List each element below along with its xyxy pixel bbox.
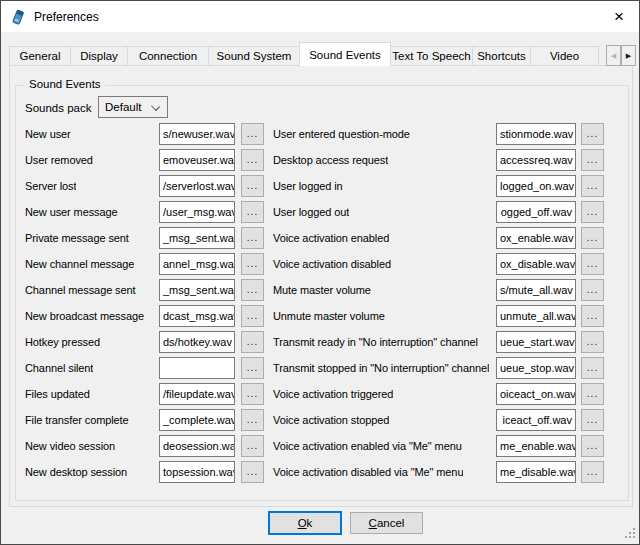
resize-grip[interactable]	[625, 528, 627, 530]
browse-button[interactable]: ...	[581, 461, 604, 483]
event-row: Desktop access requestaccessreq.wav...	[1, 149, 640, 171]
event-label: Transmit ready in "No interruption" chan…	[273, 331, 478, 353]
window-title: Preferences	[34, 10, 99, 24]
tab-sound-system[interactable]: Sound System	[208, 46, 300, 66]
event-row: User logged inlogged_on.wav...	[1, 175, 640, 197]
event-label: Voice activation enabled via "Me" menu	[273, 435, 462, 457]
sounds-pack-select[interactable]: Default	[98, 96, 168, 118]
tab-text-to-speech[interactable]: Text To Speech	[390, 46, 473, 66]
scroll-left-icon: ◀	[611, 52, 616, 60]
browse-button[interactable]: ...	[581, 123, 604, 145]
tab-scroll-right-button[interactable]: ▶	[621, 45, 636, 66]
ok-button-label: Ok	[298, 517, 313, 529]
tab-general[interactable]: General	[9, 46, 71, 66]
event-label: Voice activation stopped	[273, 409, 389, 431]
event-row: User logged outogged_off.wav...	[1, 201, 640, 223]
browse-button[interactable]: ...	[581, 409, 604, 431]
tab-video[interactable]: Video	[530, 46, 599, 66]
event-row: Voice activation enabled via "Me" menume…	[1, 435, 640, 457]
sound-file-input[interactable]: ueue_stop.wav	[496, 357, 576, 379]
event-row: Voice activation triggeredoiceact_on.wav…	[1, 383, 640, 405]
close-button[interactable]: ×	[599, 1, 639, 32]
browse-button[interactable]: ...	[581, 227, 604, 249]
browse-button[interactable]: ...	[581, 305, 604, 327]
close-icon: ×	[614, 8, 624, 25]
sound-file-input[interactable]: me_disable.wav	[496, 461, 576, 483]
browse-button[interactable]: ...	[581, 201, 604, 223]
event-row: Transmit stopped in "No interruption" ch…	[1, 357, 640, 379]
browse-button[interactable]: ...	[581, 279, 604, 301]
browse-button[interactable]: ...	[581, 435, 604, 457]
tab-display[interactable]: Display	[70, 46, 128, 66]
sound-file-input[interactable]: ox_enable.wav	[496, 227, 576, 249]
event-label: User logged out	[273, 201, 349, 223]
event-label: User logged in	[273, 175, 343, 197]
event-label: User entered question-mode	[273, 123, 410, 145]
cancel-button-label: Cancel	[369, 517, 405, 529]
event-row: Voice activation disabledox_disable.wav.…	[1, 253, 640, 275]
sound-file-input[interactable]: stionmode.wav	[496, 123, 576, 145]
sounds-pack-label: Sounds pack	[25, 97, 92, 119]
ok-button[interactable]: Ok	[268, 511, 342, 535]
cancel-button[interactable]: Cancel	[350, 512, 423, 534]
tab-bar: GeneralDisplayConnectionSound SystemSoun…	[9, 42, 609, 66]
sound-file-input[interactable]: oiceact_on.wav	[496, 383, 576, 405]
browse-button[interactable]: ...	[581, 175, 604, 197]
scroll-right-icon: ▶	[626, 52, 631, 60]
event-row: Unmute master volumeunmute_all.wav...	[1, 305, 640, 327]
event-row: Voice activation disabled via "Me" menum…	[1, 461, 640, 483]
event-label: Voice activation disabled via "Me" menu	[273, 461, 463, 483]
sound-file-input[interactable]: unmute_all.wav	[496, 305, 576, 327]
event-row: Voice activation stoppediceact_off.wav..…	[1, 409, 640, 431]
tab-scroll-left-button[interactable]: ◀	[606, 45, 621, 66]
sound-file-input[interactable]: ox_disable.wav	[496, 253, 576, 275]
event-label: Mute master volume	[273, 279, 371, 301]
event-row: Transmit ready in "No interruption" chan…	[1, 331, 640, 353]
event-label: Desktop access request	[273, 149, 388, 171]
event-row: User entered question-modestionmode.wav.…	[1, 123, 640, 145]
preferences-window: Preferences × GeneralDisplayConnectionSo…	[0, 0, 640, 545]
event-label: Voice activation disabled	[273, 253, 391, 275]
group-box-title: Sound Events	[25, 78, 105, 90]
app-icon	[10, 9, 26, 25]
browse-button[interactable]: ...	[581, 253, 604, 275]
sound-file-input[interactable]: logged_on.wav	[496, 175, 576, 197]
tab-sound-events[interactable]: Sound Events	[299, 42, 391, 66]
tab-shortcuts[interactable]: Shortcuts	[472, 46, 531, 66]
sound-file-input[interactable]: s/mute_all.wav	[496, 279, 576, 301]
sounds-pack-value: Default	[105, 101, 141, 113]
browse-button[interactable]: ...	[581, 149, 604, 171]
sound-file-input[interactable]: accessreq.wav	[496, 149, 576, 171]
event-label: Voice activation triggered	[273, 383, 393, 405]
event-label: Transmit stopped in "No interruption" ch…	[273, 357, 489, 379]
title-bar: Preferences ×	[1, 1, 639, 32]
sound-file-input[interactable]: ueue_start.wav	[496, 331, 576, 353]
browse-button[interactable]: ...	[581, 357, 604, 379]
tab-connection[interactable]: Connection	[127, 46, 209, 66]
sound-file-input[interactable]: iceact_off.wav	[496, 409, 576, 431]
event-row: Voice activation enabledox_enable.wav...	[1, 227, 640, 249]
browse-button[interactable]: ...	[581, 383, 604, 405]
event-row: Mute master volumes/mute_all.wav...	[1, 279, 640, 301]
browse-button[interactable]: ...	[581, 331, 604, 353]
event-label: Unmute master volume	[273, 305, 385, 327]
sound-file-input[interactable]: me_enable.wav	[496, 435, 576, 457]
event-label: Voice activation enabled	[273, 227, 389, 249]
chevron-down-icon	[151, 102, 160, 111]
sound-file-input[interactable]: ogged_off.wav	[496, 201, 576, 223]
